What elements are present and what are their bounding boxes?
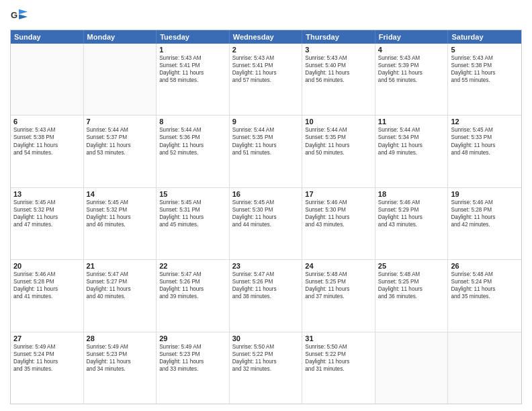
header-thursday: Thursday <box>302 30 375 44</box>
day-10-line4: and 50 minutes. <box>305 149 372 156</box>
day-cell-8: 8Sunrise: 5:44 AMSunset: 5:36 PMDaylight… <box>157 116 230 187</box>
day-16-line2: Sunset: 5:30 PM <box>232 206 300 214</box>
day-15-line4: and 45 minutes. <box>159 221 226 228</box>
day-3-line4: and 56 minutes. <box>305 77 372 84</box>
week-row-1: 1Sunrise: 5:43 AMSunset: 5:41 PMDaylight… <box>11 44 521 115</box>
day-number-28: 28 <box>87 334 154 342</box>
day-number-15: 15 <box>159 190 226 198</box>
day-number-29: 29 <box>159 334 226 342</box>
day-cell-12: 12Sunrise: 5:45 AMSunset: 5:33 PMDayligh… <box>448 116 521 187</box>
day-30-line4: and 32 minutes. <box>232 365 300 373</box>
day-number-7: 7 <box>87 118 154 126</box>
day-2-line3: Daylight: 11 hours <box>232 69 300 77</box>
day-28-line2: Sunset: 5:23 PM <box>87 351 154 358</box>
header-monday: Monday <box>84 30 157 44</box>
day-number-6: 6 <box>13 118 81 126</box>
day-3-line3: Daylight: 11 hours <box>305 69 372 77</box>
day-25-line2: Sunset: 5:25 PM <box>378 278 445 285</box>
week-row-5: 27Sunrise: 5:49 AMSunset: 5:24 PMDayligh… <box>11 332 521 404</box>
day-22-line1: Sunrise: 5:47 AM <box>159 271 226 278</box>
day-17-line4: and 43 minutes. <box>305 221 372 228</box>
day-12-line2: Sunset: 5:33 PM <box>451 134 519 141</box>
svg-text:G: G <box>11 10 17 20</box>
day-18-line4: and 43 minutes. <box>378 221 445 228</box>
day-23-line3: Daylight: 11 hours <box>232 285 300 293</box>
day-cell-25: 25Sunrise: 5:48 AMSunset: 5:25 PMDayligh… <box>375 260 449 331</box>
day-number-12: 12 <box>451 118 519 126</box>
day-20-line4: and 41 minutes. <box>13 293 81 300</box>
day-cell-15: 15Sunrise: 5:45 AMSunset: 5:31 PMDayligh… <box>157 188 230 259</box>
day-number-26: 26 <box>451 262 519 270</box>
day-15-line2: Sunset: 5:31 PM <box>159 206 226 214</box>
day-26-line1: Sunrise: 5:48 AM <box>451 271 519 278</box>
day-number-31: 31 <box>305 334 372 342</box>
day-15-line1: Sunrise: 5:45 AM <box>159 199 226 206</box>
day-13-line3: Daylight: 11 hours <box>13 214 81 221</box>
day-number-8: 8 <box>159 118 226 126</box>
day-19-line3: Daylight: 11 hours <box>451 214 519 221</box>
week-row-3: 13Sunrise: 5:45 AMSunset: 5:32 PMDayligh… <box>11 187 521 259</box>
day-28-line3: Daylight: 11 hours <box>87 358 154 365</box>
page: G Sunday Monday Tuesday Wednesday Thursd… <box>0 0 532 411</box>
day-29-line4: and 33 minutes. <box>159 365 226 373</box>
day-5-line3: Daylight: 11 hours <box>451 69 519 77</box>
day-cell-14: 14Sunrise: 5:45 AMSunset: 5:32 PMDayligh… <box>84 188 157 259</box>
day-6-line1: Sunrise: 5:43 AM <box>13 126 81 134</box>
header-tuesday: Tuesday <box>157 30 230 44</box>
day-25-line1: Sunrise: 5:48 AM <box>378 271 445 278</box>
day-number-24: 24 <box>305 262 372 270</box>
day-29-line3: Daylight: 11 hours <box>159 358 226 365</box>
day-24-line1: Sunrise: 5:48 AM <box>305 271 372 278</box>
day-25-line3: Daylight: 11 hours <box>378 285 445 293</box>
logo-icon: G <box>10 7 29 26</box>
day-30-line1: Sunrise: 5:50 AM <box>232 343 300 351</box>
day-13-line2: Sunset: 5:32 PM <box>13 206 81 214</box>
day-31-line4: and 31 minutes. <box>305 365 372 373</box>
day-24-line2: Sunset: 5:25 PM <box>305 278 372 285</box>
day-18-line3: Daylight: 11 hours <box>378 214 445 221</box>
day-number-4: 4 <box>378 46 445 54</box>
day-7-line2: Sunset: 5:37 PM <box>87 134 154 141</box>
day-10-line1: Sunrise: 5:44 AM <box>305 126 372 134</box>
day-27-line1: Sunrise: 5:49 AM <box>13 343 81 351</box>
day-cell-10: 10Sunrise: 5:44 AMSunset: 5:35 PMDayligh… <box>302 116 375 187</box>
day-number-27: 27 <box>13 334 81 342</box>
day-31-line1: Sunrise: 5:50 AM <box>305 343 372 351</box>
day-number-3: 3 <box>305 46 372 54</box>
day-cell-20: 20Sunrise: 5:46 AMSunset: 5:28 PMDayligh… <box>11 260 84 331</box>
calendar: Sunday Monday Tuesday Wednesday Thursday… <box>10 30 522 404</box>
day-cell-6: 6Sunrise: 5:43 AMSunset: 5:38 PMDaylight… <box>11 116 84 187</box>
day-number-18: 18 <box>378 190 445 198</box>
week-row-2: 6Sunrise: 5:43 AMSunset: 5:38 PMDaylight… <box>11 115 521 187</box>
day-1-line4: and 58 minutes. <box>159 77 226 84</box>
empty-cell-4-6 <box>448 332 521 404</box>
day-cell-21: 21Sunrise: 5:47 AMSunset: 5:27 PMDayligh… <box>84 260 157 331</box>
day-23-line4: and 38 minutes. <box>232 293 300 300</box>
day-11-line4: and 49 minutes. <box>378 149 445 156</box>
header-saturday: Saturday <box>448 30 521 44</box>
day-27-line3: Daylight: 11 hours <box>13 358 81 365</box>
day-23-line1: Sunrise: 5:47 AM <box>232 271 300 278</box>
day-25-line4: and 36 minutes. <box>378 293 445 300</box>
day-21-line4: and 40 minutes. <box>87 293 154 300</box>
day-5-line2: Sunset: 5:38 PM <box>451 62 519 69</box>
day-1-line3: Daylight: 11 hours <box>159 69 226 77</box>
calendar-header: Sunday Monday Tuesday Wednesday Thursday… <box>11 30 521 44</box>
empty-cell-0-0 <box>11 44 84 115</box>
day-28-line1: Sunrise: 5:49 AM <box>87 343 154 351</box>
day-16-line3: Daylight: 11 hours <box>232 214 300 221</box>
day-23-line2: Sunset: 5:26 PM <box>232 278 300 285</box>
day-22-line2: Sunset: 5:26 PM <box>159 278 226 285</box>
day-number-23: 23 <box>232 262 300 270</box>
day-number-19: 19 <box>451 190 519 198</box>
day-6-line4: and 54 minutes. <box>13 149 81 156</box>
day-cell-24: 24Sunrise: 5:48 AMSunset: 5:25 PMDayligh… <box>302 260 375 331</box>
day-cell-17: 17Sunrise: 5:46 AMSunset: 5:30 PMDayligh… <box>302 188 375 259</box>
day-cell-9: 9Sunrise: 5:44 AMSunset: 5:35 PMDaylight… <box>230 116 303 187</box>
day-cell-3: 3Sunrise: 5:43 AMSunset: 5:40 PMDaylight… <box>302 44 375 115</box>
day-cell-31: 31Sunrise: 5:50 AMSunset: 5:22 PMDayligh… <box>302 332 375 404</box>
day-17-line2: Sunset: 5:30 PM <box>305 206 372 214</box>
day-19-line2: Sunset: 5:28 PM <box>451 206 519 214</box>
day-16-line1: Sunrise: 5:45 AM <box>232 199 300 206</box>
day-26-line4: and 35 minutes. <box>451 293 519 300</box>
